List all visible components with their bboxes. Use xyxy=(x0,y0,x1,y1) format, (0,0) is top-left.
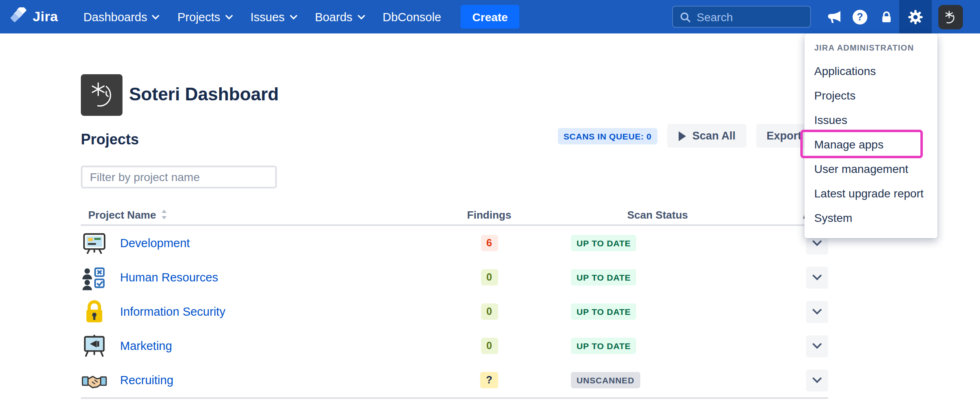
project-link-human-resources[interactable]: Human Resources xyxy=(120,271,218,284)
chevron-down-icon xyxy=(813,240,822,246)
chevron-down-icon xyxy=(813,377,822,383)
help-question-glyph: ? xyxy=(853,9,867,24)
chevron-down-icon xyxy=(225,14,232,19)
scan-status-badge: UP TO DATE xyxy=(571,338,637,354)
project-link-information-security[interactable]: Information Security xyxy=(120,305,225,318)
column-header-project-name: Project Name xyxy=(81,208,408,221)
chevron-down-icon xyxy=(813,274,822,281)
top-navbar: Jira Dashboards Projects Issues Boards D… xyxy=(0,0,980,33)
soteri-logo xyxy=(81,74,122,116)
jira-logo-text: Jira xyxy=(33,9,58,25)
findings-badge: 6 xyxy=(481,235,498,251)
jira-administration-menu: JIRA ADMINISTRATION Applications Project… xyxy=(804,33,938,238)
scan-all-button[interactable]: Scan All xyxy=(667,124,746,148)
nav-projects[interactable]: Projects xyxy=(169,0,242,33)
human-resources-project-icon xyxy=(81,264,108,291)
export-button[interactable]: Export xyxy=(756,124,812,148)
table-row-human-resources: Human Resources 0 UP TO DATE xyxy=(81,260,828,294)
nav-projects-label: Projects xyxy=(178,10,220,23)
menu-item-manage-apps-label: Manage apps xyxy=(814,138,884,151)
user-avatar-image xyxy=(938,4,963,29)
nav-dashboards[interactable]: Dashboards xyxy=(74,0,168,33)
user-avatar[interactable] xyxy=(932,0,969,33)
help-icon[interactable]: ? xyxy=(847,0,873,33)
nav-issues-label: Issues xyxy=(250,10,285,23)
findings-badge: ? xyxy=(480,372,498,388)
admin-menu-heading: JIRA ADMINISTRATION xyxy=(804,43,938,52)
navbar-right-cluster: ? xyxy=(672,0,969,33)
feedback-megaphone-icon[interactable] xyxy=(821,0,847,33)
scans-in-queue-badge: SCANS IN QUEUE: 0 xyxy=(558,128,657,144)
menu-item-latest-upgrade-report[interactable]: Latest upgrade report xyxy=(804,181,938,206)
chevron-down-icon xyxy=(813,308,822,315)
table-row-marketing: Marketing 0 UP TO DATE xyxy=(81,329,828,363)
projects-toolbar: SCANS IN QUEUE: 0 Scan All Export xyxy=(558,124,812,148)
table-row-recruiting: Recruiting ? UNSCANNED xyxy=(81,363,828,397)
projects-heading: Projects xyxy=(81,131,139,148)
create-button[interactable]: Create xyxy=(461,5,519,29)
menu-item-projects[interactable]: Projects xyxy=(804,83,938,108)
menu-item-system[interactable]: System xyxy=(804,206,938,230)
nav-dbconsole-label: DbConsole xyxy=(383,10,441,23)
findings-badge: 0 xyxy=(481,338,498,354)
scan-all-label: Scan All xyxy=(693,130,736,142)
primary-nav: Dashboards Projects Issues Boards DbCons… xyxy=(74,0,450,33)
project-link-marketing[interactable]: Marketing xyxy=(120,339,172,352)
scan-status-badge: UP TO DATE xyxy=(571,235,637,251)
column-header-scan-status: Scan Status xyxy=(571,208,759,221)
search-input[interactable] xyxy=(697,10,804,23)
navbar-search[interactable] xyxy=(672,6,811,28)
sort-icon[interactable] xyxy=(161,210,167,219)
play-icon xyxy=(678,131,686,141)
nav-issues[interactable]: Issues xyxy=(241,0,306,33)
scan-status-badge: UP TO DATE xyxy=(571,269,637,285)
permissions-lock-icon[interactable] xyxy=(873,0,899,33)
project-filter-input[interactable] xyxy=(81,166,277,188)
table-header-row: Project Name Findings Scan Status Action… xyxy=(81,205,828,226)
export-label: Export xyxy=(766,130,802,142)
menu-item-user-management[interactable]: User management xyxy=(804,157,938,181)
projects-table: Project Name Findings Scan Status Action… xyxy=(81,205,828,399)
nav-boards[interactable]: Boards xyxy=(306,0,374,33)
search-icon xyxy=(679,11,691,22)
menu-item-issues[interactable]: Issues xyxy=(804,108,938,132)
menu-item-applications[interactable]: Applications xyxy=(804,59,938,83)
development-project-icon xyxy=(81,230,108,257)
row-actions-chevron-button[interactable] xyxy=(806,369,828,391)
row-actions-chevron-button[interactable] xyxy=(806,301,828,323)
information-security-project-icon xyxy=(81,298,108,325)
table-body: Development 6 UP TO DATE xyxy=(81,226,828,399)
page-title: Soteri Dashboard xyxy=(129,84,279,105)
column-header-findings: Findings xyxy=(467,208,511,221)
project-name-header-label: Project Name xyxy=(88,208,156,221)
admin-gear-icon[interactable] xyxy=(899,0,932,33)
findings-badge: 0 xyxy=(481,303,498,320)
chevron-down-icon xyxy=(152,14,160,19)
menu-item-manage-apps[interactable]: Manage apps xyxy=(804,132,938,157)
findings-badge: 0 xyxy=(481,269,498,285)
recruiting-project-icon xyxy=(81,367,108,394)
table-row-information-security: Information Security 0 UP TO DATE xyxy=(81,294,828,329)
nav-dashboards-label: Dashboards xyxy=(83,10,147,23)
nav-boards-label: Boards xyxy=(315,10,352,23)
chevron-down-icon xyxy=(290,14,297,19)
scan-status-badge: UP TO DATE xyxy=(571,303,637,320)
jira-logo-icon xyxy=(11,7,27,27)
project-link-development[interactable]: Development xyxy=(120,237,190,250)
marketing-project-icon xyxy=(81,332,108,359)
project-link-recruiting[interactable]: Recruiting xyxy=(120,374,174,387)
row-actions-chevron-button[interactable] xyxy=(806,335,828,357)
app-root: Jira Dashboards Projects Issues Boards D… xyxy=(0,0,980,405)
chevron-down-icon xyxy=(813,343,822,349)
jira-logo[interactable]: Jira xyxy=(11,7,58,27)
scan-status-badge: UNSCANNED xyxy=(571,372,640,388)
table-row-development: Development 6 UP TO DATE xyxy=(81,226,828,260)
nav-dbconsole[interactable]: DbConsole xyxy=(374,0,450,33)
chevron-down-icon xyxy=(357,14,365,19)
row-actions-chevron-button[interactable] xyxy=(806,266,828,288)
